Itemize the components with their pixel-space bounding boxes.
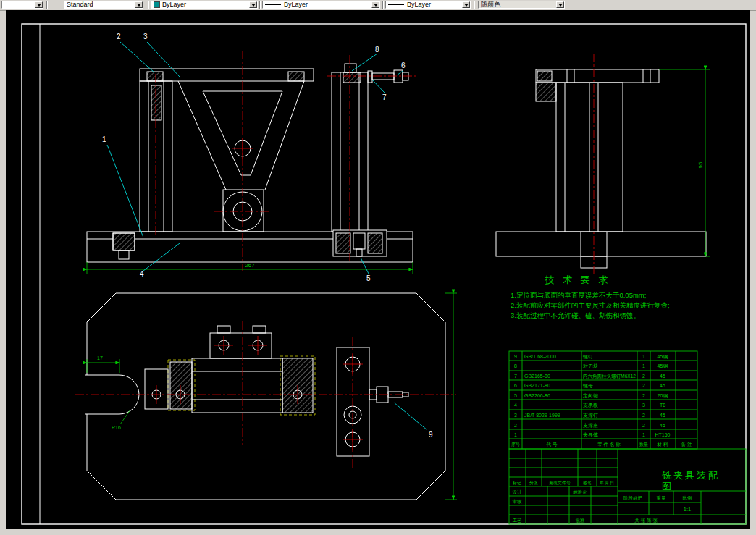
bom-cell-no: 9 (514, 354, 517, 359)
callout-2: 2 (117, 33, 121, 41)
bom-cell-qty: 2 (642, 383, 645, 388)
bom-cell-code: GB2165-80 (524, 374, 550, 379)
bom-header-code: 代 号 (546, 442, 558, 447)
bom-cell-qty: 2 (642, 393, 645, 398)
bom-cell-name: 夹具体 (583, 432, 598, 438)
linetype-combo-value: ByLayer (284, 1, 379, 9)
lineweight-combo[interactable]: ByLayer (385, 1, 471, 9)
bom-cell-material: 20钢 (658, 393, 668, 398)
bom-header-material: 材 料 (657, 442, 668, 447)
bom-header-qty: 数量 (639, 442, 648, 447)
bom-cell-name: 内六角圆柱头螺钉M6X12 (583, 374, 636, 379)
title-block-label-change-no: 更改文件号 (549, 480, 571, 485)
bom-cell-name: 对刀块 (583, 363, 598, 369)
color-swatch-icon (154, 1, 160, 8)
chevron-down-icon[interactable] (556, 1, 564, 8)
bom-cell-no: 3 (514, 413, 517, 418)
title-block-sheets-value: 共 张 第 张 (634, 518, 658, 523)
plot-style-combo[interactable]: 随颜色 (478, 1, 565, 9)
bom-header-no: 序号 (511, 442, 520, 447)
bom-cell-qty: 3 (642, 403, 645, 408)
dim-slot-radius-text: R16 (112, 425, 121, 430)
bom-cell-no: 4 (514, 403, 517, 408)
bom-cell-material: 45钢 (658, 363, 668, 368)
chevron-down-icon[interactable] (249, 1, 257, 8)
title-block-label-date: 年 月 日 (600, 481, 614, 486)
toolbar-separator (46, 1, 48, 9)
plan-view (75, 293, 456, 500)
tech-requirement-line: 2.装配前应对零部件的主要尺寸及相关精度进行复查; (511, 301, 670, 309)
bom-cell-code: GB2206-80 (524, 393, 550, 398)
bom-cell-qty: 2 (642, 423, 645, 428)
bom-cell-material: 45 (660, 413, 665, 418)
callout-8: 8 (375, 46, 379, 54)
callout-5: 5 (366, 274, 371, 282)
tech-requirement-line: 1.定位面与底面的垂直度误差不大于0.05mm; (511, 291, 646, 299)
tech-requirements-title: 技 术 要 求 (545, 274, 611, 285)
bom-cell-code: GB/T 68-2000 (524, 354, 556, 359)
bom-cell-material: 45 (660, 374, 665, 379)
bom-cell-code: GB2171-80 (524, 383, 550, 388)
linetype-combo[interactable]: ByLayer (262, 1, 380, 9)
bom-cell-qty: 1 (642, 432, 645, 437)
bom-header-note: 备 注 (681, 442, 692, 447)
callout-1: 1 (102, 135, 106, 143)
toolbar-separator (259, 1, 261, 9)
title-block-label-scale: 比例 (683, 495, 692, 501)
drawing-canvas[interactable]: 267 95 (6, 10, 750, 529)
bom-cell-material: T8 (660, 403, 665, 408)
bom-cell-no: 1 (514, 432, 517, 437)
title-block-label-stage: 阶段标记 (623, 495, 643, 501)
tech-requirement-line: 3.装配过程中不允许碰、磕、划伤和锈蚀。 (511, 311, 640, 319)
title-block-label-weight: 重量 (657, 495, 667, 500)
title-block-label-mark: 标记 (512, 480, 521, 486)
side-view (496, 54, 706, 274)
dim-side-height-text: 95 (697, 161, 704, 168)
plot-style-combo-value: 随颜色 (481, 1, 564, 9)
front-view (87, 51, 416, 271)
properties-toolbar: Standard ByLayer ByLayer ByLayer 随颜色 (0, 0, 756, 11)
bom-table: 9 GB/T 68-2000 螺钉 1 45钢 8 对刀块 1 45钢 7 GB… (509, 351, 697, 449)
bom-cell-material: 45 (660, 383, 665, 388)
bom-cell-material: 45钢 (658, 354, 668, 359)
dim-base-width-text: 267 (245, 262, 255, 269)
bom-cell-qty: 2 (642, 413, 645, 418)
bom-cell-name: 支承板 (583, 403, 598, 408)
bom-cell-material: 45 (660, 423, 665, 428)
linetype-sample-icon (265, 4, 281, 5)
callout-4: 4 (140, 270, 144, 278)
toolbar-separator (474, 1, 475, 9)
chevron-down-icon[interactable] (35, 1, 43, 8)
drawing-title-line2: 图 (662, 481, 671, 492)
bom-cell-qty: 1 (642, 354, 645, 359)
title-block-label-process: 工艺 (513, 518, 523, 523)
title-block-scale-value: 1:1 (684, 506, 691, 513)
callout-6: 6 (401, 62, 406, 69)
title-block-label-approve: 批准 (576, 518, 586, 523)
bom-cell-name: 支撑钉 (583, 413, 598, 418)
title-block-label-check: 审核 (513, 499, 523, 504)
bom-cell-no: 7 (514, 374, 517, 379)
text-style-combo-value: Standard (67, 1, 143, 9)
chevron-down-icon[interactable] (371, 1, 379, 8)
bom-cell-name: 螺母 (583, 383, 593, 388)
layer-combo[interactable] (1, 1, 43, 9)
tech-requirements: 技 术 要 求 1.定位面与底面的垂直度误差不大于0.05mm; 2.装配前应对… (511, 274, 670, 319)
chevron-down-icon[interactable] (135, 1, 143, 8)
callout-7: 7 (382, 93, 387, 101)
toolbar-separator (382, 1, 384, 9)
title-block-label-zone: 分区 (529, 480, 538, 485)
bom-cell-name: 支撑座 (583, 423, 598, 429)
bom-cell-code: JB/T 8029-1999 (524, 413, 560, 418)
bom-cell-material: HT150 (655, 432, 670, 437)
bom-cell-qty: 2 (642, 374, 645, 379)
color-combo[interactable]: ByLayer (151, 1, 258, 9)
text-style-combo[interactable]: Standard (64, 1, 143, 9)
drawing-svg: 267 95 (6, 10, 750, 529)
title-block-label-standardize: 标准化 (572, 489, 587, 495)
bom-cell-no: 6 (514, 383, 517, 388)
title-block-label-sign: 签名 (583, 481, 592, 486)
chevron-down-icon[interactable] (462, 1, 470, 8)
dim-plate-height (445, 293, 457, 500)
dim-slot-offset-text: 17 (97, 355, 103, 361)
